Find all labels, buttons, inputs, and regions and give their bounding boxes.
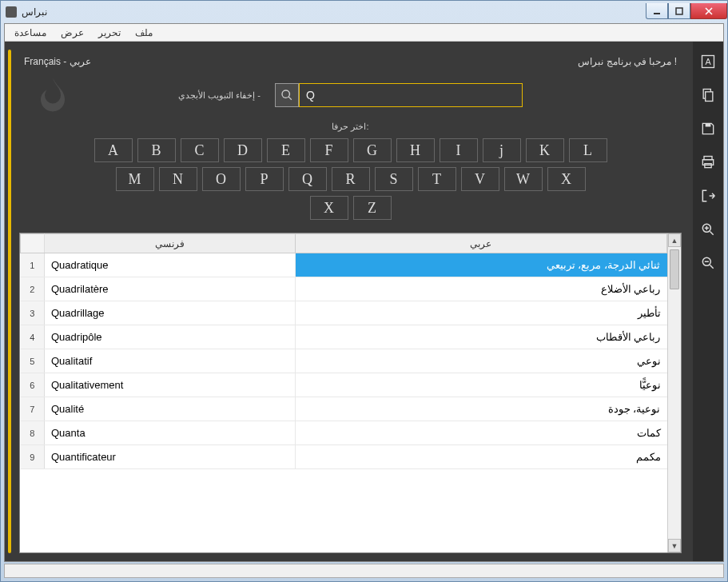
alpha-btn-k[interactable]: K xyxy=(526,138,564,162)
table-row[interactable]: 5Qualitatifنوعي xyxy=(21,349,667,373)
cell-ar: نوعيًّا xyxy=(295,373,666,397)
window-frame: نبراس ملف تحرير عرض مساعدة Français xyxy=(0,0,728,582)
cell-fr: Quadripôle xyxy=(45,325,296,349)
letter-a-icon: A xyxy=(700,54,716,70)
cell-fr: Quadrilatère xyxy=(45,277,296,301)
scroll-up-icon[interactable]: ▲ xyxy=(668,233,681,247)
row-num: 1 xyxy=(21,253,45,277)
alpha-btn-m[interactable]: M xyxy=(116,167,154,191)
table-row[interactable]: 8Quantaكمات xyxy=(21,421,667,445)
hide-alpha-link[interactable]: إخفاء التبويب الأبجدي - xyxy=(178,90,261,101)
alpha-btn-c[interactable]: C xyxy=(181,138,219,162)
cell-fr: Qualitatif xyxy=(45,349,296,373)
window-controls xyxy=(646,3,727,19)
row-num: 8 xyxy=(21,421,45,445)
accent-stripe xyxy=(8,50,11,553)
cell-fr: Quantificateur xyxy=(45,445,296,469)
sidebar-print-button[interactable] xyxy=(699,153,717,171)
lang-sep: - xyxy=(63,56,66,67)
app-logo xyxy=(29,74,77,122)
scroll-down-icon[interactable]: ▼ xyxy=(668,539,681,552)
exit-icon xyxy=(700,188,716,204)
alpha-btn-z[interactable]: Z xyxy=(353,196,392,220)
row-num: 4 xyxy=(21,325,45,349)
language-switcher[interactable]: Français - عربي xyxy=(24,56,91,67)
table-row[interactable]: 4Quadripôleرباعي الأقطاب xyxy=(21,325,667,349)
alpha-btn-h[interactable]: H xyxy=(396,138,435,162)
alpha-btn-a[interactable]: A xyxy=(94,138,133,162)
alpha-btn-r[interactable]: R xyxy=(332,167,370,191)
row-num: 3 xyxy=(21,301,45,325)
minimize-button[interactable] xyxy=(646,3,668,19)
welcome-text: مرحبا في برنامج نبراس ! xyxy=(578,56,677,67)
row-num: 9 xyxy=(21,445,45,469)
titlebar-left: نبراس xyxy=(6,6,47,18)
table-row[interactable]: 7Qualitéنوعية، جودة xyxy=(21,397,667,421)
sidebar-zoom-out-button[interactable] xyxy=(699,254,717,272)
lang-fr[interactable]: Français xyxy=(24,56,61,67)
alpha-btn-w[interactable]: W xyxy=(504,167,543,191)
alpha-btn-j[interactable]: j xyxy=(483,138,521,162)
alphabet-grid: ABCDEFGHIjKL MNOPQRSTVWX XZ xyxy=(19,138,682,220)
svg-text:A: A xyxy=(705,57,711,66)
alpha-btn-g[interactable]: G xyxy=(353,138,392,162)
alpha-btn-p[interactable]: P xyxy=(245,167,284,191)
col-fr-header[interactable]: فرنسي xyxy=(45,234,296,253)
search-wrap xyxy=(275,83,523,107)
table-body: 1Quadratiqueثنائي الدرجة، مربع، تربيعي2Q… xyxy=(21,253,667,469)
alpha-btn-x[interactable]: X xyxy=(547,167,586,191)
menu-file[interactable]: ملف xyxy=(135,27,153,38)
table-row[interactable]: 3Quadrillageتأطير xyxy=(21,301,667,325)
alpha-btn-d[interactable]: D xyxy=(224,138,262,162)
app-area: ملف تحرير عرض مساعدة Français - عربي مرح… xyxy=(4,23,724,562)
sidebar-letter-a-button[interactable]: A xyxy=(699,53,717,70)
table-row[interactable]: 2Quadrilatèreرباعي الأضلاع xyxy=(21,277,667,301)
table-row[interactable]: 9Quantificateurمكمم xyxy=(21,445,667,469)
svg-rect-5 xyxy=(706,92,713,102)
alpha-row-3: XZ xyxy=(310,196,392,220)
alpha-btn-b[interactable]: B xyxy=(137,138,176,162)
alpha-btn-n[interactable]: N xyxy=(159,167,197,191)
print-icon xyxy=(700,154,716,170)
row-num: 6 xyxy=(21,373,45,397)
alpha-btn-e[interactable]: E xyxy=(267,138,305,162)
alpha-btn-o[interactable]: O xyxy=(202,167,241,191)
col-ar-header[interactable]: عربي xyxy=(295,234,666,253)
alpha-btn-v[interactable]: V xyxy=(461,167,499,191)
sidebar-exit-button[interactable] xyxy=(699,187,717,205)
menu-help[interactable]: مساعدة xyxy=(14,27,46,38)
vertical-scrollbar[interactable]: ▲ ▼ xyxy=(667,233,681,552)
search-input[interactable] xyxy=(299,83,523,107)
table-row[interactable]: 6Qualitativementنوعيًّا xyxy=(21,373,667,397)
alpha-row-2: MNOPQRSTVWX xyxy=(116,167,586,191)
results-table-wrap: فرنسي عربي 1Quadratiqueثنائي الدرجة، مرب… xyxy=(19,233,682,553)
sidebar-copy-button[interactable] xyxy=(699,86,717,104)
sidebar-save-button[interactable] xyxy=(699,120,717,138)
maximize-button[interactable] xyxy=(668,3,690,19)
menu-edit[interactable]: تحرير xyxy=(98,27,121,38)
alpha-btn-f[interactable]: F xyxy=(310,138,348,162)
titlebar: نبراس xyxy=(1,1,727,23)
table-row[interactable]: 1Quadratiqueثنائي الدرجة، مربع، تربيعي xyxy=(21,253,667,277)
scroll-thumb[interactable] xyxy=(670,249,679,289)
alpha-btn-i[interactable]: I xyxy=(440,138,478,162)
alpha-btn-q[interactable]: Q xyxy=(288,167,327,191)
choose-letter-label: اختر حرفا: xyxy=(19,122,682,132)
alpha-btn-s[interactable]: S xyxy=(375,167,413,191)
lang-ar[interactable]: عربي xyxy=(70,56,91,67)
dark-area: Français - عربي مرحبا في برنامج نبراس ! … xyxy=(5,42,723,561)
save-icon xyxy=(700,121,716,137)
alpha-btn-l[interactable]: L xyxy=(569,138,607,162)
table-scroll[interactable]: فرنسي عربي 1Quadratiqueثنائي الدرجة، مرب… xyxy=(20,233,667,552)
row-num: 2 xyxy=(21,277,45,301)
alpha-btn-x[interactable]: X xyxy=(310,196,348,220)
sidebar-zoom-in-button[interactable] xyxy=(699,221,717,238)
cell-ar: تأطير xyxy=(295,301,666,325)
close-button[interactable] xyxy=(690,3,727,19)
alpha-btn-t[interactable]: T xyxy=(418,167,456,191)
search-button[interactable] xyxy=(275,83,299,107)
cell-fr: Quanta xyxy=(45,421,296,445)
alpha-row-1: ABCDEFGHIjKL xyxy=(94,138,607,162)
zoom-out-icon xyxy=(700,255,716,271)
menu-view[interactable]: عرض xyxy=(61,27,84,38)
